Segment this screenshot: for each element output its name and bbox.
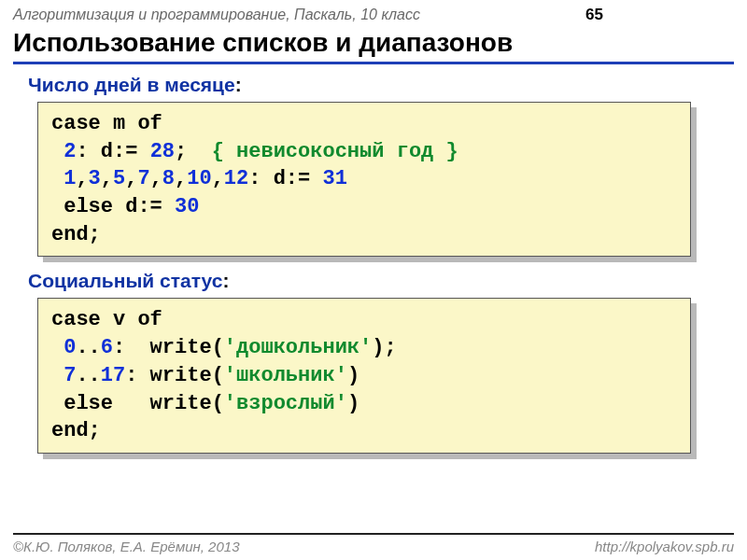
indent (51, 195, 63, 218)
range: .. (76, 364, 100, 387)
num: 28 (150, 140, 175, 163)
num: 3 (89, 167, 101, 190)
kw-of: of (137, 112, 162, 135)
footer-authors: К.Ю. Поляков, Е.А. Ерёмин, 2013 (23, 539, 239, 554)
txt: ); (372, 336, 396, 359)
comma: , (150, 167, 162, 190)
indent (51, 392, 63, 415)
string: 'взрослый' (224, 392, 347, 415)
txt: ) (347, 364, 359, 387)
code-block-status: case v of 0..6: write('дошкольник'); 7..… (37, 298, 691, 453)
num: 17 (101, 364, 125, 387)
num: 30 (175, 195, 199, 218)
code-content: case v of 0..6: write('дошкольник'); 7..… (37, 298, 691, 453)
kw-end: end; (51, 419, 101, 442)
txt: write( (113, 392, 224, 415)
var: v (101, 308, 138, 331)
section-label-text: Социальный статус (28, 270, 222, 291)
txt: ; (175, 140, 212, 163)
page-number: 65 (585, 6, 603, 24)
num: 8 (162, 167, 175, 190)
num: 5 (113, 167, 125, 190)
num: 6 (101, 336, 113, 359)
num: 7 (63, 364, 76, 387)
code-content: case m of 2: d:= 28; { невисокосный год … (37, 102, 691, 257)
string: 'дошкольник' (224, 336, 372, 359)
comment: { невисокосный год } (212, 140, 458, 163)
num: 31 (322, 167, 346, 190)
num: 7 (137, 167, 149, 190)
txt: : write( (125, 364, 224, 387)
copyright-icon: ©К.Ю. Поляков, Е.А. Ерёмин, 2013 (13, 539, 239, 554)
num: 12 (224, 167, 248, 190)
code-block-days: case m of 2: d:= 28; { невисокосный год … (37, 102, 691, 257)
txt: : d:= (248, 167, 322, 190)
colon: : (235, 74, 242, 95)
indent (51, 140, 63, 163)
slide-footer: ©К.Ю. Поляков, Е.А. Ерёмин, 2013 http://… (13, 533, 734, 554)
section-label-days: Число дней в месяце: (28, 74, 747, 96)
kw-end: end; (51, 223, 101, 246)
indent (51, 167, 63, 190)
slide-title: Использование списков и диапазонов (13, 28, 734, 64)
num: 10 (187, 167, 211, 190)
section-label-status: Социальный статус: (28, 270, 747, 292)
txt: : d:= (76, 140, 149, 163)
comma: , (212, 167, 224, 190)
comma: , (101, 167, 113, 190)
indent (51, 336, 63, 359)
string: 'школьник' (224, 364, 347, 387)
kw-of: of (137, 308, 162, 331)
section-label-text: Число дней в месяце (28, 74, 235, 95)
kw-case: case (51, 112, 101, 135)
indent (51, 364, 63, 387)
slide-header: Алгоритмизация и программирование, Паска… (0, 0, 747, 28)
kw-else: else (63, 392, 113, 415)
range: .. (76, 336, 100, 359)
colon: : (222, 270, 229, 291)
var: m (101, 112, 138, 135)
footer-url: http://kpolyakov.spb.ru (595, 539, 734, 554)
num: 0 (63, 336, 76, 359)
course-title: Алгоритмизация и программирование, Паска… (13, 7, 420, 23)
kw-else: else (63, 195, 113, 218)
comma: , (76, 167, 88, 190)
num: 1 (63, 167, 76, 190)
num: 2 (63, 140, 76, 163)
comma: , (175, 167, 187, 190)
txt: d:= (113, 195, 175, 218)
txt: : write( (113, 336, 224, 359)
kw-case: case (51, 308, 101, 331)
comma: , (125, 167, 137, 190)
txt: ) (347, 392, 359, 415)
